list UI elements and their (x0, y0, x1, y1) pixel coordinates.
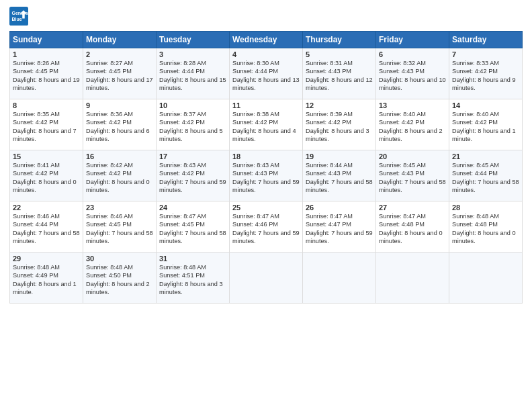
daylight-text: Daylight: 7 hours and 58 minutes. (379, 179, 446, 193)
sunrise-text: Sunrise: 8:28 AM (159, 60, 206, 66)
cell-content: Sunrise: 8:41 AM Sunset: 4:42 PM Dayligh… (13, 161, 80, 195)
sunset-text: Sunset: 4:44 PM (159, 68, 205, 75)
day-cell: 28 Sunrise: 8:48 AM Sunset: 4:48 PM Dayl… (449, 201, 523, 253)
daylight-text: Daylight: 8 hours and 17 minutes. (86, 77, 153, 91)
day-cell: 3 Sunrise: 8:28 AM Sunset: 4:44 PM Dayli… (157, 48, 230, 99)
day-number: 5 (306, 50, 373, 58)
sunrise-text: Sunrise: 8:46 AM (86, 213, 133, 220)
cell-content: Sunrise: 8:40 AM Sunset: 4:42 PM Dayligh… (379, 110, 446, 144)
day-number: 12 (306, 101, 373, 109)
week-row-1: 1 Sunrise: 8:26 AM Sunset: 4:45 PM Dayli… (10, 48, 523, 99)
day-header-monday: Monday (83, 32, 157, 48)
sunrise-text: Sunrise: 8:32 AM (379, 60, 426, 66)
sunset-text: Sunset: 4:42 PM (159, 170, 205, 177)
sunrise-text: Sunrise: 8:43 AM (159, 162, 206, 169)
sunset-text: Sunset: 4:42 PM (159, 119, 205, 126)
cell-content: Sunrise: 8:42 AM Sunset: 4:42 PM Dayligh… (86, 161, 153, 195)
cell-content: Sunrise: 8:47 AM Sunset: 4:48 PM Dayligh… (379, 212, 446, 246)
sunset-text: Sunset: 4:49 PM (13, 272, 58, 279)
sunset-text: Sunset: 4:42 PM (452, 119, 498, 126)
daylight-text: Daylight: 8 hours and 1 minute. (452, 128, 516, 142)
sunset-text: Sunset: 4:45 PM (86, 68, 132, 75)
cell-content: Sunrise: 8:43 AM Sunset: 4:43 PM Dayligh… (232, 161, 300, 195)
sunset-text: Sunset: 4:43 PM (379, 170, 425, 177)
sunrise-text: Sunrise: 8:38 AM (232, 111, 279, 118)
sunrise-text: Sunrise: 8:48 AM (159, 264, 206, 271)
logo: General Blue (9, 7, 31, 26)
sunset-text: Sunset: 4:51 PM (159, 272, 205, 279)
day-header-thursday: Thursday (303, 32, 376, 48)
cell-content: Sunrise: 8:39 AM Sunset: 4:42 PM Dayligh… (306, 110, 373, 144)
sunrise-text: Sunrise: 8:30 AM (232, 60, 279, 66)
week-row-3: 15 Sunrise: 8:41 AM Sunset: 4:42 PM Dayl… (10, 150, 523, 201)
day-header-wednesday: Wednesday (230, 32, 303, 48)
day-number: 23 (86, 203, 153, 212)
daylight-text: Daylight: 8 hours and 15 minutes. (159, 77, 226, 91)
daylight-text: Daylight: 8 hours and 0 minutes. (379, 230, 443, 244)
sunrise-text: Sunrise: 8:41 AM (13, 162, 60, 169)
day-cell: 9 Sunrise: 8:36 AM Sunset: 4:42 PM Dayli… (83, 99, 157, 150)
calendar-container: General Blue SundayMondayTuesdayWednesda… (0, 0, 532, 411)
svg-text:Blue: Blue (12, 17, 22, 21)
sunrise-text: Sunrise: 8:48 AM (13, 264, 60, 271)
daylight-text: Daylight: 8 hours and 2 minutes. (86, 281, 150, 295)
cell-content: Sunrise: 8:46 AM Sunset: 4:45 PM Dayligh… (86, 212, 153, 246)
day-header-friday: Friday (376, 32, 449, 48)
day-cell: 1 Sunrise: 8:26 AM Sunset: 4:45 PM Dayli… (10, 48, 83, 99)
daylight-text: Daylight: 8 hours and 0 minutes. (13, 179, 77, 193)
sunrise-text: Sunrise: 8:48 AM (452, 213, 499, 220)
sunset-text: Sunset: 4:43 PM (306, 170, 351, 177)
week-row-2: 8 Sunrise: 8:35 AM Sunset: 4:42 PM Dayli… (10, 99, 523, 150)
sunset-text: Sunset: 4:48 PM (379, 221, 425, 228)
sunset-text: Sunset: 4:42 PM (306, 119, 351, 126)
day-cell: 6 Sunrise: 8:32 AM Sunset: 4:43 PM Dayli… (376, 48, 449, 99)
daylight-text: Daylight: 7 hours and 58 minutes. (13, 230, 80, 244)
day-number: 18 (232, 152, 300, 161)
cell-content: Sunrise: 8:47 AM Sunset: 4:47 PM Dayligh… (306, 212, 373, 246)
sunrise-text: Sunrise: 8:42 AM (86, 162, 133, 169)
cell-content: Sunrise: 8:26 AM Sunset: 4:45 PM Dayligh… (13, 59, 80, 93)
sunset-text: Sunset: 4:45 PM (159, 221, 205, 228)
day-number: 28 (452, 203, 519, 212)
day-cell: 14 Sunrise: 8:40 AM Sunset: 4:42 PM Dayl… (449, 99, 523, 150)
daylight-text: Daylight: 7 hours and 58 minutes. (306, 179, 373, 193)
day-number: 22 (13, 203, 80, 212)
day-cell: 31 Sunrise: 8:48 AM Sunset: 4:51 PM Dayl… (157, 253, 230, 304)
sunrise-text: Sunrise: 8:35 AM (13, 111, 60, 118)
day-number: 14 (452, 101, 519, 109)
daylight-text: Daylight: 8 hours and 3 minutes. (306, 128, 369, 142)
cell-content: Sunrise: 8:38 AM Sunset: 4:42 PM Dayligh… (232, 110, 300, 144)
day-number: 21 (452, 152, 519, 161)
daylight-text: Daylight: 7 hours and 59 minutes. (232, 230, 300, 244)
sunrise-text: Sunrise: 8:47 AM (379, 213, 426, 220)
calendar-table: SundayMondayTuesdayWednesdayThursdayFrid… (9, 31, 523, 304)
cell-content: Sunrise: 8:31 AM Sunset: 4:43 PM Dayligh… (306, 59, 373, 93)
day-cell: 5 Sunrise: 8:31 AM Sunset: 4:43 PM Dayli… (303, 48, 376, 99)
sunset-text: Sunset: 4:46 PM (232, 221, 278, 228)
day-number: 1 (13, 50, 80, 58)
day-number: 3 (159, 50, 226, 58)
day-cell: 30 Sunrise: 8:48 AM Sunset: 4:50 PM Dayl… (83, 253, 157, 304)
cell-content: Sunrise: 8:47 AM Sunset: 4:45 PM Dayligh… (159, 212, 226, 246)
daylight-text: Daylight: 8 hours and 0 minutes. (86, 179, 150, 193)
day-cell: 8 Sunrise: 8:35 AM Sunset: 4:42 PM Dayli… (10, 99, 83, 150)
day-cell: 17 Sunrise: 8:43 AM Sunset: 4:42 PM Dayl… (157, 150, 230, 201)
day-cell: 10 Sunrise: 8:37 AM Sunset: 4:42 PM Dayl… (157, 99, 230, 150)
sunset-text: Sunset: 4:42 PM (13, 119, 58, 126)
cell-content: Sunrise: 8:36 AM Sunset: 4:42 PM Dayligh… (86, 110, 153, 144)
cell-content: Sunrise: 8:48 AM Sunset: 4:49 PM Dayligh… (13, 263, 80, 297)
sunset-text: Sunset: 4:42 PM (86, 119, 132, 126)
day-number: 6 (379, 50, 446, 58)
daylight-text: Daylight: 8 hours and 6 minutes. (86, 128, 150, 142)
cell-content: Sunrise: 8:28 AM Sunset: 4:44 PM Dayligh… (159, 59, 226, 93)
day-number: 27 (379, 203, 446, 212)
day-number: 13 (379, 101, 446, 109)
day-cell: 4 Sunrise: 8:30 AM Sunset: 4:44 PM Dayli… (230, 48, 303, 99)
sunrise-text: Sunrise: 8:31 AM (306, 60, 353, 66)
sunrise-text: Sunrise: 8:36 AM (86, 111, 133, 118)
day-cell: 22 Sunrise: 8:46 AM Sunset: 4:44 PM Dayl… (10, 201, 83, 253)
sunset-text: Sunset: 4:42 PM (13, 170, 58, 177)
day-number: 31 (159, 255, 226, 263)
daylight-text: Daylight: 8 hours and 0 minutes. (452, 230, 516, 244)
day-number: 30 (86, 255, 153, 263)
